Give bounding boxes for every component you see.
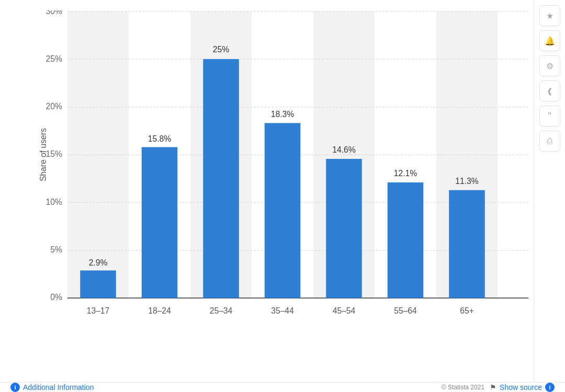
show-source-info-icon: i (545, 383, 555, 392)
flag-icon: ⚑ (490, 383, 496, 391)
bar-13-17 (80, 270, 116, 298)
y-label-10: 10% (46, 198, 62, 206)
bar-65plus (449, 190, 485, 298)
quote-button[interactable]: " (539, 106, 560, 126)
share-button[interactable]: ❰ (539, 80, 560, 101)
x-label-18-24: 18–24 (148, 306, 171, 315)
x-label-65plus: 65+ (460, 306, 474, 315)
bar-label-45-54: 14.6% (332, 145, 355, 154)
footer-right: © Statista 2021 ⚑ Show source i (442, 383, 555, 392)
show-source-link[interactable]: Show source (500, 383, 542, 391)
bar-label-55-64: 12.1% (394, 169, 417, 178)
sidebar: ★ 🔔 ⚙ ❰ " ⎙ (534, 0, 565, 382)
x-label-35-44: 35–44 (271, 306, 294, 315)
y-axis-title: Share of users (39, 128, 48, 181)
bar-18-24 (142, 147, 178, 298)
bar-label-18-24: 15.8% (148, 134, 171, 143)
star-button[interactable]: ★ (539, 5, 560, 26)
main-container: 30% 25% 20% 15% 10% 5% 0% Share of users… (0, 0, 565, 382)
y-label-15: 15% (46, 149, 62, 158)
y-label-0: 0% (50, 293, 62, 302)
x-label-13-17: 13–17 (87, 306, 110, 315)
x-label-45-54: 45–54 (333, 306, 356, 315)
print-icon: ⎙ (547, 136, 552, 146)
bar-55-64 (388, 182, 424, 298)
bar-label-13-17: 2.9% (89, 258, 108, 267)
bell-button[interactable]: 🔔 (539, 30, 560, 51)
chart-area: 30% 25% 20% 15% 10% 5% 0% Share of users… (0, 0, 534, 382)
bar-45-54 (326, 159, 362, 298)
share-icon: ❰ (547, 87, 553, 95)
bar-25-34 (203, 59, 239, 298)
bell-icon: 🔔 (545, 36, 555, 46)
print-button[interactable]: ⎙ (539, 131, 560, 152)
quote-icon: " (548, 111, 551, 122)
bar-chart: 30% 25% 20% 15% 10% 5% 0% Share of users… (37, 10, 528, 340)
additional-info-link[interactable]: i Additional Information (10, 383, 94, 392)
bar-label-25-34: 25% (213, 45, 229, 54)
additional-info-label: Additional Information (23, 383, 94, 391)
info-icon: i (10, 383, 20, 392)
x-label-55-64: 55–64 (394, 306, 417, 315)
star-icon: ★ (546, 11, 553, 21)
gear-icon: ⚙ (546, 61, 553, 71)
y-label-5: 5% (50, 245, 62, 254)
footer: i Additional Information © Statista 2021… (0, 382, 565, 392)
copyright-text: © Statista 2021 (442, 384, 484, 391)
bar-label-65plus: 11.3% (455, 177, 478, 186)
bar-35-44 (265, 123, 301, 298)
y-label-30: 30% (46, 10, 62, 16)
y-label-20: 20% (46, 102, 62, 111)
x-label-25-34: 25–34 (210, 306, 233, 315)
settings-button[interactable]: ⚙ (539, 55, 560, 76)
bar-label-35-44: 18.3% (271, 110, 294, 119)
y-label-25: 25% (46, 54, 62, 63)
